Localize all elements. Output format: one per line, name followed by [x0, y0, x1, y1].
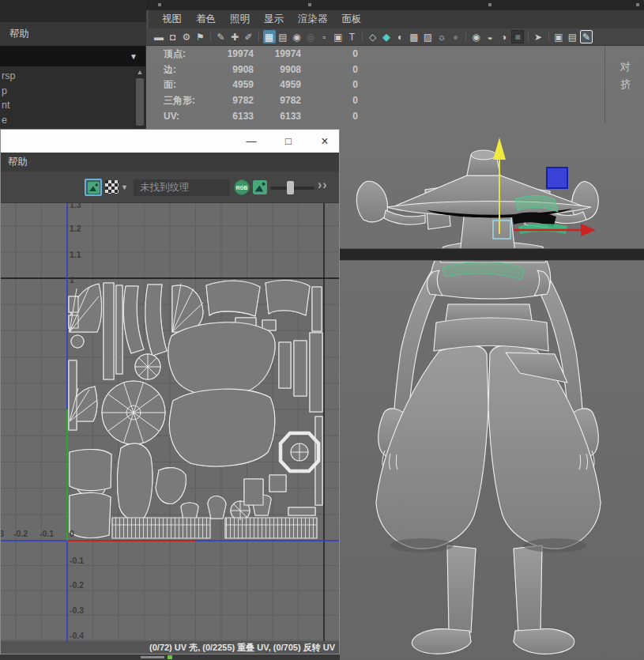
uv-editor-toolbar: ▼ 未找到纹理 RGB ››: [1, 172, 339, 203]
close-button[interactable]: ×: [311, 130, 338, 153]
isolate-select-icon[interactable]: ➤: [532, 30, 544, 43]
hud-value: 9908: [254, 62, 301, 78]
svg-text:-0.1: -0.1: [70, 556, 84, 565]
toolbar-separator[interactable]: [525, 30, 531, 43]
toolbar-separator[interactable]: [463, 30, 469, 43]
viewport-menubar: 视图 着色 照明 显示 渲染器 面板: [146, 10, 644, 28]
slider-handle[interactable]: [287, 181, 294, 194]
texture-select-combo[interactable]: 未找到纹理: [134, 179, 230, 196]
svg-text:-0.2: -0.2: [70, 580, 84, 590]
list-item[interactable]: e: [2, 113, 134, 128]
side-panel-edge: [604, 46, 605, 123]
image-ratio-icon[interactable]: [253, 180, 267, 194]
svg-text:1.1: 1.1: [70, 250, 81, 259]
uv-canvas[interactable]: 1.3 1.2 1.1 1 -0.1 -0.2 -0.3 -0.4 -0.3 -…: [1, 203, 339, 641]
strip-mark: [488, 3, 491, 6]
hud-value: 0: [301, 77, 358, 93]
toolbar-separator[interactable]: [360, 30, 365, 43]
svg-text:0: 0: [70, 529, 74, 538]
motion-blur-icon[interactable]: ◒: [484, 30, 496, 43]
maximize-button[interactable]: □: [275, 130, 302, 153]
hud-label: 边:: [164, 62, 225, 78]
toolbar-separator[interactable]: [208, 30, 213, 43]
list-item[interactable]: nt: [2, 98, 134, 113]
menu-renderer[interactable]: 渲染器: [298, 13, 328, 26]
scroll-thumb[interactable]: [136, 78, 144, 126]
uv-window-titlebar[interactable]: — □ ×: [1, 130, 339, 153]
gear-icon[interactable]: ⚙: [180, 30, 193, 43]
uv-status-bar: (0/72) UV 壳, (0/2255) 重叠 UV, (0/705) 反转 …: [1, 641, 339, 654]
checker-display-toggle[interactable]: [105, 180, 119, 194]
hud-value: 0: [301, 47, 358, 62]
strip-mark: [308, 3, 311, 6]
hud-value: 0: [301, 93, 358, 109]
svg-text:-0.3: -0.3: [70, 605, 84, 615]
checker-sphere-icon[interactable]: ▨: [422, 30, 435, 43]
svg-text:-0.3: -0.3: [1, 529, 4, 538]
manipulator-y-arrow: [493, 138, 506, 160]
move-tool-icon[interactable]: ✚: [228, 30, 241, 43]
menu-shading[interactable]: 着色: [196, 13, 216, 26]
menu-panels[interactable]: 面板: [342, 13, 362, 26]
uv-octagon-frame: [281, 433, 318, 471]
pencil-icon[interactable]: ✐: [243, 30, 255, 43]
hud-value: 6133: [254, 109, 301, 125]
hud-value: 19974: [225, 47, 254, 62]
display-image-toggle[interactable]: [85, 179, 102, 196]
lock-camera-icon[interactable]: ◘: [167, 30, 179, 43]
texture-placeholder: 未找到纹理: [140, 181, 190, 194]
rgb-channels-icon[interactable]: RGB: [234, 179, 250, 195]
menu-help[interactable]: 帮助: [8, 156, 28, 169]
smooth-shade-cube-icon[interactable]: ◆: [380, 30, 393, 43]
grid-display-icon[interactable]: ▦: [263, 30, 276, 43]
hud-value: 0: [301, 62, 358, 78]
hud-label: UV:: [164, 109, 225, 125]
image-icon: [253, 180, 267, 194]
resolution-gate-icon[interactable]: ◉: [291, 30, 303, 43]
toolbar-separator[interactable]: [546, 30, 552, 43]
brush-icon[interactable]: ✎: [215, 30, 228, 43]
layout-window-icon[interactable]: ▤: [567, 30, 579, 43]
hud-label: 顶点:: [164, 47, 225, 62]
menu-view[interactable]: 视图: [162, 13, 182, 26]
toolbar-separator[interactable]: [256, 30, 262, 43]
uv-editor-window: — □ × 帮助 ▼ 未找到纹理 RGB ››: [0, 129, 340, 654]
side-panel-label: 对: [620, 60, 631, 74]
hud-value: 19974: [254, 47, 301, 62]
chevron-down-icon[interactable]: ▼: [121, 183, 128, 191]
field-chart-icon[interactable]: ▫: [318, 30, 331, 43]
scroll-up-icon[interactable]: ▲: [134, 68, 145, 76]
use-lights-icon[interactable]: ☼: [435, 30, 448, 43]
list-item[interactable]: rsp: [2, 69, 134, 84]
poly-count-hud: 顶点: 19974 19974 0 边: 9908 9908 0 面: 4959…: [164, 47, 358, 125]
timeline-fragment: [141, 656, 164, 658]
film-gate-icon[interactable]: ▤: [277, 30, 289, 43]
exposure-icon[interactable]: ◑: [498, 30, 510, 43]
menu-show[interactable]: 显示: [264, 13, 284, 26]
hud-text-icon[interactable]: T: [346, 30, 359, 43]
wireframe-cube-icon[interactable]: ◇: [367, 30, 379, 43]
menu-lighting[interactable]: 照明: [230, 13, 250, 26]
menu-help[interactable]: 帮助: [9, 28, 29, 41]
image-plane-icon[interactable]: ▣: [332, 30, 345, 43]
svg-text:1: 1: [70, 275, 74, 285]
expand-toolbar-icon[interactable]: ››: [318, 178, 328, 192]
uv-editor-active-icon[interactable]: ✎: [580, 30, 593, 43]
viewport-toggle-icon[interactable]: ■: [511, 30, 524, 43]
hud-value: 4959: [254, 77, 301, 93]
shadows-icon[interactable]: ●: [450, 30, 462, 43]
minimize-button[interactable]: —: [238, 130, 265, 153]
ao-sphere-icon[interactable]: ◉: [470, 30, 483, 43]
list-item[interactable]: p: [2, 84, 134, 99]
pane-splitter[interactable]: [336, 248, 644, 261]
scrollbar[interactable]: ▲: [134, 66, 145, 129]
timeline-marker: [168, 655, 172, 659]
camera-dropdown[interactable]: ▼: [0, 46, 145, 66]
strip-mark: [158, 3, 161, 6]
camera-icon[interactable]: ▬: [153, 30, 165, 43]
shaded-sphere-icon[interactable]: ◐: [394, 30, 407, 43]
copy-window-icon[interactable]: ▣: [552, 30, 565, 43]
textured-cube-icon[interactable]: ▩: [408, 30, 420, 43]
bookmark-icon[interactable]: ⚑: [194, 30, 207, 43]
gate-mask-icon[interactable]: ◎: [304, 30, 317, 43]
